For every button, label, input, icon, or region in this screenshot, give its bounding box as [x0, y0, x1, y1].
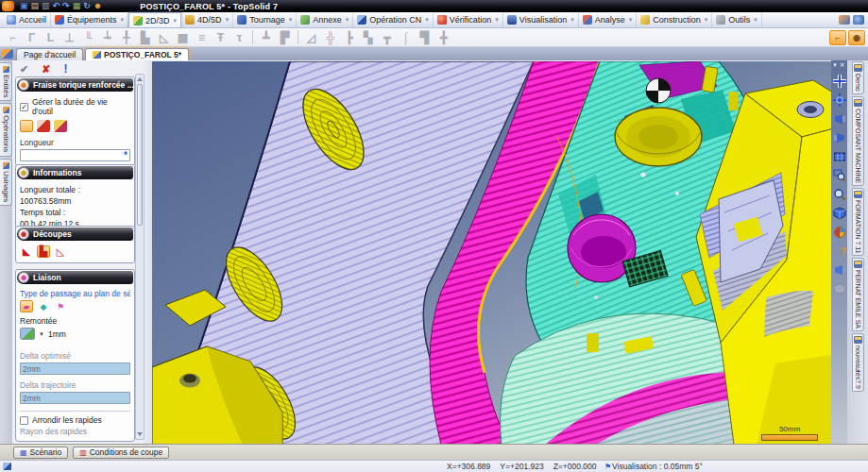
- tab-analyse[interactable]: Analyse: [579, 12, 638, 27]
- help-icon[interactable]: ?: [833, 244, 846, 258]
- machining-op-icon[interactable]: ≡: [193, 29, 211, 45]
- machining-op-icon[interactable]: Γ: [23, 29, 41, 45]
- redo-icon[interactable]: ↷: [62, 1, 70, 11]
- arrondir-checkbox[interactable]: [20, 416, 28, 425]
- tab-accueil[interactable]: Accueil: [3, 12, 51, 27]
- tool-life-checkbox[interactable]: ✓: [20, 103, 28, 111]
- camera-icon[interactable]: ◉: [848, 30, 865, 45]
- preview-button[interactable]: !: [63, 62, 67, 76]
- liaison-header[interactable]: ◉ Liaison: [17, 271, 133, 284]
- beamer-icon[interactable]: [833, 263, 846, 277]
- passage-flag-icon[interactable]: ⚑: [54, 300, 67, 312]
- tab-visualisation[interactable]: Visualisation: [503, 12, 579, 27]
- longueur-input[interactable]: [21, 150, 129, 160]
- help-globe-icon[interactable]: [853, 15, 864, 25]
- tab-2d3d[interactable]: 2D/3D: [128, 12, 181, 27]
- export-icon[interactable]: ▦: [73, 1, 81, 11]
- refresh-icon[interactable]: ↻: [83, 1, 91, 11]
- scroll-up-arrow[interactable]: [137, 77, 143, 81]
- cut-right-icon[interactable]: ◺: [54, 245, 67, 258]
- machining-op-icon[interactable]: ▦: [174, 29, 192, 45]
- documents-icon[interactable]: [2, 49, 13, 59]
- viewport-3d[interactable]: 50mm: [152, 60, 831, 444]
- cancel-button[interactable]: ✘: [42, 63, 50, 76]
- sidebar-tab-operations[interactable]: Opérations: [0, 103, 12, 156]
- ghost-cube-icon[interactable]: [833, 282, 846, 295]
- tab-construction[interactable]: Construction: [637, 12, 712, 27]
- validate-button[interactable]: ✔: [20, 63, 28, 76]
- tab-outils[interactable]: Outils: [712, 12, 762, 27]
- machining-op-icon[interactable]: ◺: [155, 29, 173, 45]
- machining-op-icon[interactable]: τ: [230, 29, 248, 45]
- tool-usage-icon[interactable]: [20, 120, 33, 132]
- machining-op-icon[interactable]: ⌠: [397, 29, 415, 45]
- autohide-pin-icon[interactable]: ▾: [833, 61, 837, 69]
- tool-card-header[interactable]: ◉ Fraise torique renforcée ...: [17, 78, 133, 92]
- remontee-dropdown-arrow[interactable]: ▼: [39, 331, 44, 337]
- options-icon[interactable]: [839, 15, 850, 25]
- tab-conditions-de-coupe[interactable]: ▥ Conditions de coupe: [73, 447, 169, 459]
- remontee-mode-icon[interactable]: [20, 328, 35, 340]
- informations-header[interactable]: ◉ Informations: [17, 166, 133, 179]
- machining-op-icon[interactable]: ╙: [79, 29, 97, 45]
- tab-annexe[interactable]: Annexe: [297, 12, 353, 27]
- machining-op-icon[interactable]: ┳: [378, 29, 396, 45]
- render-sphere-icon[interactable]: [833, 226, 846, 239]
- tab-equipements[interactable]: Équipements: [51, 12, 128, 27]
- machining-op-icon[interactable]: ⌐: [4, 29, 22, 45]
- machining-op-icon[interactable]: Ŧ: [212, 29, 230, 45]
- tab-scenario[interactable]: ▦ Scénario: [13, 447, 68, 459]
- scrollbar-thumb[interactable]: [137, 84, 143, 226]
- machining-op-icon[interactable]: ◿: [302, 29, 320, 45]
- tool-swap-icon[interactable]: [54, 120, 67, 132]
- undo-icon[interactable]: ↶: [53, 1, 60, 11]
- projector-right-icon[interactable]: [833, 131, 846, 144]
- delta-trajectoire-field[interactable]: 2mm: [20, 392, 130, 404]
- projector-left-icon[interactable]: [833, 112, 846, 126]
- machining-op-icon[interactable]: ▛: [276, 29, 294, 45]
- machining-op-icon[interactable]: ▜: [416, 29, 434, 45]
- scroll-down-arrow[interactable]: [137, 432, 143, 436]
- machining-op-icon[interactable]: ┻: [257, 29, 275, 45]
- sidebar-tab-entites[interactable]: Entités: [0, 62, 12, 101]
- save-icon[interactable]: ▣: [20, 1, 28, 11]
- library-tab-demo[interactable]: Demo: [852, 61, 864, 94]
- topsolid-logo-icon[interactable]: [2, 1, 14, 11]
- close-icon[interactable]: ✕: [840, 61, 845, 69]
- screen-grid-icon[interactable]: [833, 150, 846, 163]
- library-tab-nouveautes[interactable]: nouveautés7.9: [852, 333, 864, 392]
- tab-tournage[interactable]: Tournage: [233, 12, 297, 27]
- delta-optimise-field[interactable]: 2mm: [20, 362, 130, 375]
- tab-4d5d[interactable]: 4D/5D: [181, 12, 233, 27]
- library-tab-composant-machine[interactable]: COMPOSANT MACHINE: [852, 96, 864, 186]
- machining-op-icon[interactable]: ┶: [98, 29, 116, 45]
- tab-home-page[interactable]: Page d'accueil: [16, 48, 83, 60]
- machining-op-icon[interactable]: ╋: [434, 29, 452, 45]
- machining-op-icon[interactable]: ⊥: [60, 29, 78, 45]
- zoom-icon[interactable]: [833, 188, 846, 201]
- cut-mid-icon[interactable]: ▙: [37, 245, 50, 258]
- tab-operation-cn[interactable]: Opération CN: [353, 12, 434, 27]
- passage-plane-icon[interactable]: ▰: [20, 300, 33, 312]
- print-icon[interactable]: ▥: [42, 1, 50, 11]
- machining-op-icon[interactable]: ▚: [359, 29, 377, 45]
- decoupes-header[interactable]: ◉ Découpes: [17, 228, 133, 241]
- tab-postico-farol[interactable]: POSTIÇO_FAROL 5*: [85, 48, 189, 60]
- zoom-window-icon[interactable]: [833, 169, 846, 182]
- machining-op-icon[interactable]: ╀: [117, 29, 135, 45]
- view-cube-icon[interactable]: [833, 207, 846, 220]
- user-icon[interactable]: ☻: [94, 1, 102, 11]
- tab-verification[interactable]: Vérification: [434, 12, 503, 27]
- machining-op-icon[interactable]: ╬: [321, 29, 339, 45]
- passage-drop-icon[interactable]: ◆: [37, 300, 50, 312]
- library-tab-pernat-emile[interactable]: PERNAT EMILE SA: [852, 258, 864, 331]
- sidebar-tab-usinages[interactable]: Usinages: [0, 159, 12, 206]
- open-icon[interactable]: ▤: [31, 1, 40, 11]
- library-tab-formation[interactable]: FORMATION 7.11: [852, 188, 864, 257]
- orient-cross-icon[interactable]: [833, 93, 846, 107]
- machining-op-icon[interactable]: L: [42, 29, 60, 45]
- cut-left-icon[interactable]: ◣: [20, 245, 33, 258]
- tool-alarm-icon[interactable]: [37, 120, 50, 132]
- panel-scrollbar[interactable]: [135, 74, 145, 440]
- machining-op-icon[interactable]: ┣: [340, 29, 358, 45]
